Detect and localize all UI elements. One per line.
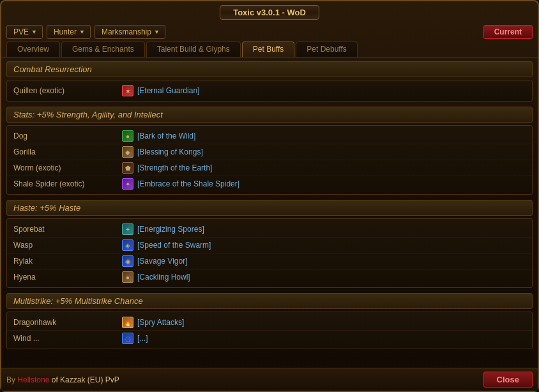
buff-row: Rylak ◉ [Savage Vigor]: [7, 253, 532, 269]
current-button[interactable]: Current: [483, 25, 533, 39]
spell-name: [Energizing Spores]: [137, 225, 204, 234]
pet-name: Hyena: [13, 273, 122, 282]
spell-name: [Speed of the Swarm]: [137, 241, 211, 250]
section-box-haste: Sporebat ✦ [Energizing Spores] Wasp ◈ [S…: [6, 218, 533, 288]
pet-name: Dragonhawk: [13, 318, 122, 327]
section-header-stats: Stats: +5% Strength, Agility, and Intell…: [6, 107, 533, 123]
content-area[interactable]: Combat Resurrection Quillen (exotic) ★ […: [1, 57, 538, 368]
pet-name: Dog: [13, 132, 122, 140]
buff-row: Sporebat ✦ [Energizing Spores]: [7, 222, 532, 237]
section-box-combat-rez: Quillen (exotic) ★ [Eternal Guardian]: [6, 80, 533, 102]
pve-dropdown[interactable]: PVE ▼: [6, 25, 43, 39]
section-box-multistrike: Dragonhawk 🔥 [Spry Attacks] Wind ... ◌ […: [6, 312, 533, 349]
buff-row: Gorilla ◆ [Blessing of Kongs]: [7, 144, 532, 160]
bottom-prefix: By: [6, 375, 17, 384]
spell-icon: 🔥: [122, 317, 133, 328]
spell-name: [Spry Attacks]: [137, 318, 184, 327]
section-header-combat-rez: Combat Resurrection: [6, 61, 533, 77]
spell-icon: ◈: [122, 239, 133, 251]
spell-name: [Savage Vigor]: [137, 257, 188, 266]
pet-name: Shale Spider (exotic): [13, 179, 122, 188]
spell-name: [Embrace of the Shale Spider]: [137, 179, 239, 188]
spell-name: [Eternal Guardian]: [137, 86, 199, 95]
pet-name: Gorilla: [13, 147, 122, 156]
pet-name: Wasp: [13, 241, 122, 250]
bottom-bar: By Hellstone of Kazzak (EU) PvP Close: [1, 368, 538, 391]
spell-icon: ◌: [122, 333, 133, 344]
pet-name: Worm (exotic): [13, 163, 122, 172]
buff-row: Wind ... ◌ [...]: [7, 331, 532, 346]
close-button[interactable]: Close: [483, 372, 533, 388]
spec-label: Marksmanship: [102, 27, 151, 36]
hunter-dropdown[interactable]: Hunter ▼: [47, 25, 91, 39]
tab-talent[interactable]: Talent Build & Glyphs: [146, 41, 241, 57]
author-suffix: of Kazzak (EU) PvP: [49, 375, 119, 384]
window-title: Toxic v3.0.1 - WoD: [220, 5, 319, 20]
pet-name: Quillen (exotic): [13, 86, 122, 95]
section-header-haste: Haste: +5% Haste: [6, 200, 533, 216]
bottom-text: By Hellstone of Kazzak (EU) PvP: [6, 375, 483, 384]
spell-icon: ⬟: [122, 162, 133, 174]
spell-icon: ✦: [122, 223, 133, 235]
buff-row: Wasp ◈ [Speed of the Swarm]: [7, 237, 532, 253]
tab-pet-buffs[interactable]: Pet Buffs: [242, 41, 294, 57]
hunter-arrow-icon: ▼: [79, 29, 85, 35]
spell-icon: ✦: [122, 178, 133, 190]
buff-row: Dog ● [Bark of the Wild]: [7, 128, 532, 144]
tab-gems[interactable]: Gems & Enchants: [61, 41, 145, 57]
tabs-bar: Overview Gems & Enchants Talent Build & …: [1, 41, 538, 57]
spell-icon: ●: [122, 271, 133, 283]
controls-bar: PVE ▼ Hunter ▼ Marksmanship ▼ Current: [1, 22, 538, 41]
buff-row: Quillen (exotic) ★ [Eternal Guardian]: [7, 83, 532, 98]
tab-overview[interactable]: Overview: [6, 41, 60, 57]
main-window: Toxic v3.0.1 - WoD PVE ▼ Hunter ▼ Marksm…: [0, 0, 539, 392]
pet-name: Wind ...: [13, 334, 122, 343]
spell-icon: ●: [122, 130, 133, 142]
spell-icon: ★: [122, 85, 133, 96]
spell-name: [...]: [137, 334, 148, 343]
spell-name: [Cackling Howl]: [137, 273, 190, 282]
buff-row: Worm (exotic) ⬟ [Strength of the Earth]: [7, 160, 532, 176]
title-bar: Toxic v3.0.1 - WoD: [1, 1, 538, 22]
buff-row: Hyena ● [Cackling Howl]: [7, 269, 532, 285]
section-header-multistrike: Multistrike: +5% Multistrike Chance: [6, 293, 533, 309]
spell-name: [Bark of the Wild]: [137, 132, 195, 140]
pet-name: Rylak: [13, 257, 122, 266]
spec-arrow-icon: ▼: [154, 29, 160, 35]
author-name: Hellstone: [17, 375, 49, 384]
buff-row: Dragonhawk 🔥 [Spry Attacks]: [7, 315, 532, 331]
spec-dropdown[interactable]: Marksmanship ▼: [95, 25, 165, 39]
spell-name: [Strength of the Earth]: [137, 163, 212, 172]
spell-icon: ◉: [122, 255, 133, 267]
hunter-label: Hunter: [54, 27, 77, 36]
buff-row: Shale Spider (exotic) ✦ [Embrace of the …: [7, 176, 532, 192]
pve-label: PVE: [13, 27, 29, 36]
spell-icon: ◆: [122, 146, 133, 158]
pet-name: Sporebat: [13, 225, 122, 234]
section-box-stats: Dog ● [Bark of the Wild] Gorilla ◆ [Bles…: [6, 125, 533, 195]
spell-name: [Blessing of Kongs]: [137, 147, 203, 156]
tab-pet-debuffs[interactable]: Pet Debuffs: [296, 41, 357, 57]
pve-arrow-icon: ▼: [31, 29, 37, 35]
